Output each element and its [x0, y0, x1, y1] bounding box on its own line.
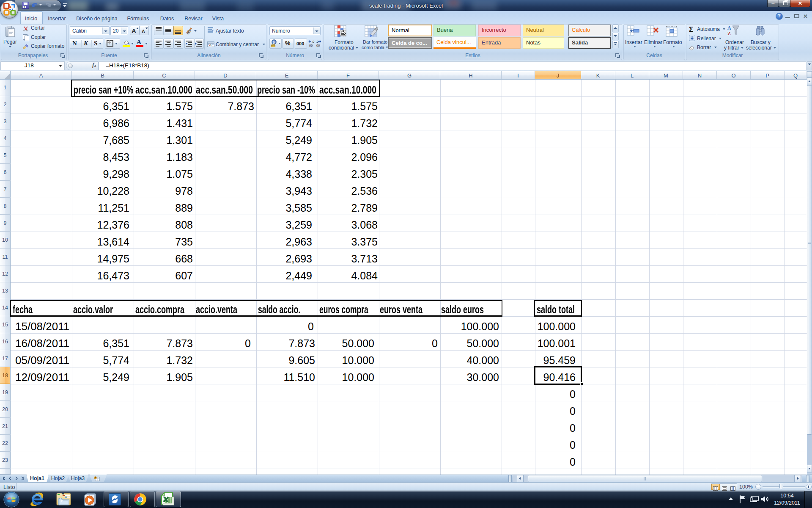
svg-text:,0: ,0 [316, 40, 318, 44]
svg-text:00: 00 [309, 44, 313, 47]
svg-text:00: 00 [316, 44, 320, 47]
svg-text:$: $ [273, 40, 275, 44]
svg-text:,0: ,0 [312, 40, 314, 44]
